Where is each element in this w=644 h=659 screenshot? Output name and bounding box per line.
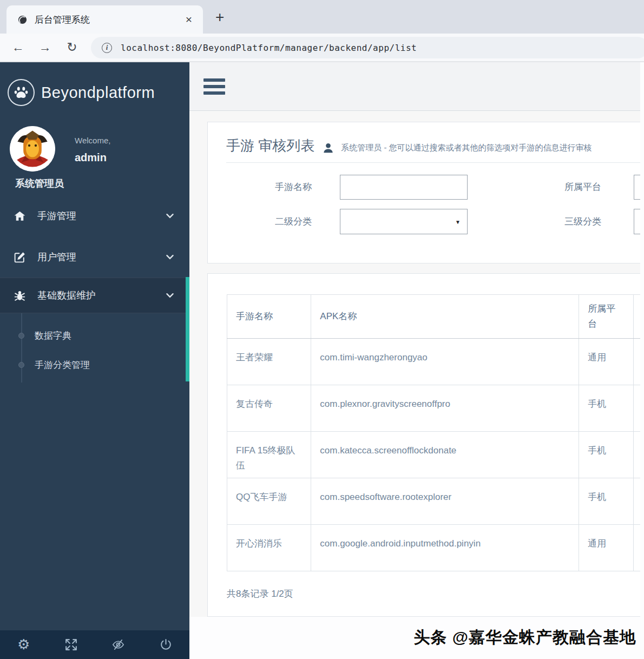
address-bar[interactable]: i localhost:8080/BeyondPlatform/manager/… [91, 37, 644, 58]
top-navbar [189, 62, 644, 111]
table-panel: 手游名称 APK名称 所属平台 所属二级分类 王者荣耀 com.timi-wan… [207, 273, 644, 617]
main-area: 手游 审核列表 系统管理员 - 您可以通过搜索或者其他的筛选项对手游的信息进行审… [189, 62, 644, 659]
user-icon [322, 142, 334, 154]
tab-title: 后台管理系统 [35, 14, 183, 26]
filter-label-platform: 所属平台 [538, 175, 601, 200]
watermark-text: 头条 @嘉华金蛛产教融合基地 [413, 627, 636, 649]
sidebar-submenu: 数据字典 手游分类管理 [0, 313, 189, 386]
browser-chrome: 后台管理系统 × + ← → ↻ i localhost:8080/Beyond… [0, 0, 644, 62]
browser-tab[interactable]: 后台管理系统 × [6, 5, 203, 34]
filter-label-third-category: 三级分类 [538, 209, 601, 234]
filter-label-second-category: 二级分类 [226, 209, 312, 234]
bug-icon [13, 288, 29, 302]
settings-button[interactable]: ⚙ [0, 638, 48, 651]
eye-slash-icon [111, 638, 125, 651]
logout-button[interactable] [142, 638, 190, 651]
paw-logo-icon [8, 79, 35, 106]
forward-icon[interactable]: → [31, 40, 58, 55]
site-info-icon[interactable]: i [102, 43, 112, 53]
sidebar-menu: 手游管理 用户管理 [0, 195, 189, 386]
active-section-accent [186, 277, 189, 381]
table-row: 复古传奇 com.plexnor.gravityscreenoffpro 手机 … [227, 385, 644, 432]
avatar [10, 126, 55, 172]
chevron-down-icon [166, 252, 174, 262]
page-subtitle: 系统管理员 - 您可以通过搜索或者其他的筛选项对手游的信息进行审核 [341, 143, 592, 153]
user-role: 系统管理员 [15, 177, 189, 190]
welcome-text: Welcome, [75, 136, 110, 145]
edit-icon [13, 250, 29, 264]
game-name-input[interactable] [340, 175, 468, 200]
col-platform: 所属平台 [579, 295, 633, 339]
browser-toolbar: ← → ↻ i localhost:8080/BeyondPlatform/ma… [0, 34, 644, 62]
hide-button[interactable] [95, 638, 142, 651]
sidebar-subitem-data-dictionary[interactable]: 数据字典 [0, 321, 189, 350]
select-arrow-icon: ▼ [455, 219, 461, 225]
brand: Beyondplatform [0, 62, 189, 112]
filter-label-game-name: 手游名称 [226, 175, 312, 200]
reload-icon[interactable]: ↻ [58, 40, 86, 55]
home-icon [13, 209, 29, 223]
sidebar-item-game-management[interactable]: 手游管理 [0, 195, 189, 236]
scrollbar-track[interactable] [640, 62, 644, 659]
table-row: 开心消消乐 com.google.android.inputmethod.pin… [227, 525, 644, 571]
table-header-row: 手游名称 APK名称 所属平台 所属二级分类 [227, 295, 644, 339]
menu-toggle-icon[interactable] [203, 75, 225, 98]
power-icon [159, 638, 173, 651]
browser-window: 后台管理系统 × + ← → ↻ i localhost:8080/Beyond… [0, 0, 644, 659]
col-apk-name: APK名称 [311, 295, 579, 339]
tab-strip: 后台管理系统 × + [0, 0, 644, 34]
globe-favicon-icon [17, 15, 28, 25]
back-icon[interactable]: ← [4, 40, 31, 55]
url-text[interactable]: localhost:8080/BeyondPlatform/manager/ba… [121, 43, 417, 53]
sidebar-footer: ⚙ [0, 630, 189, 659]
new-tab-button[interactable]: + [215, 9, 224, 26]
games-table: 手游名称 APK名称 所属平台 所属二级分类 王者荣耀 com.timi-wan… [227, 294, 644, 571]
record-summary: 共8条记录 1/2页 [227, 588, 644, 600]
fullscreen-button[interactable] [48, 638, 95, 651]
table-row: 王者荣耀 com.timi-wangzherongyao 通用 休闲 [227, 339, 644, 385]
table-row: QQ飞车手游 com.speedsoftware.rootexplorer 手机… [227, 478, 644, 525]
tab-close-icon[interactable]: × [183, 13, 194, 26]
table-row: FIFA 15终极队伍 com.katecca.screenofflockdon… [227, 432, 644, 478]
title-divider [226, 162, 644, 163]
sidebar-subitem-game-category[interactable]: 手游分类管理 [0, 350, 189, 379]
filter-panel: 手游 审核列表 系统管理员 - 您可以通过搜索或者其他的筛选项对手游的信息进行审… [207, 122, 644, 263]
sidebar-item-base-data[interactable]: 基础数据维护 [0, 278, 189, 313]
page-content: 手游 审核列表 系统管理员 - 您可以通过搜索或者其他的筛选项对手游的信息进行审… [189, 111, 644, 617]
chevron-down-icon [166, 211, 174, 221]
username: admin [75, 151, 110, 164]
gear-icon: ⚙ [17, 636, 30, 653]
submenu-dot-icon [18, 333, 24, 339]
page-title: 手游 审核列表 [226, 136, 314, 155]
chevron-down-icon [166, 291, 174, 300]
app-frame: Beyondplatform [0, 62, 644, 659]
sidebar: Beyondplatform [0, 62, 189, 659]
second-category-select[interactable]: ▼ [340, 209, 468, 234]
brand-name: Beyondplatform [41, 84, 155, 102]
user-profile: Welcome, admin 系统管理员 [0, 112, 189, 190]
expand-icon [64, 638, 78, 651]
submenu-dot-icon [18, 362, 24, 368]
sidebar-item-user-management[interactable]: 用户管理 [0, 236, 189, 278]
col-game-name: 手游名称 [227, 295, 311, 339]
bottom-band: 头条 @嘉华金蛛产教融合基地 [189, 617, 644, 659]
